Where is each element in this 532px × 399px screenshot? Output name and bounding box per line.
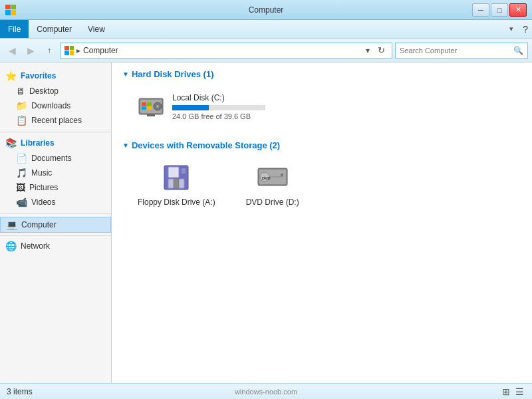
view-menu[interactable]: View — [80, 22, 113, 37]
help-button[interactable]: ? — [519, 24, 532, 35]
svg-rect-5 — [147, 106, 152, 110]
removable-section-header[interactable]: ▼ Devices with Removable Storage (2) — [122, 140, 521, 150]
favorites-label: Favorites — [21, 71, 56, 80]
svg-rect-12 — [168, 167, 179, 178]
hdd-section-arrow: ▼ — [122, 70, 129, 78]
search-input[interactable] — [400, 47, 513, 55]
window-title: Computer — [249, 5, 284, 15]
divider-2 — [0, 213, 111, 214]
content-area: ▼ Hard Disk Drives (1) — [112, 63, 532, 383]
menu-chevron[interactable]: ▾ — [504, 22, 519, 36]
window-controls: ─ □ ✕ — [472, 3, 527, 17]
videos-icon: 📹 — [16, 197, 27, 207]
address-path[interactable]: Computer — [83, 46, 360, 55]
computer-label: Computer — [21, 220, 57, 229]
svg-rect-11 — [174, 179, 179, 188]
address-bar-icon — [65, 46, 74, 55]
search-box: 🔍 — [395, 43, 528, 59]
window-icon — [5, 5, 16, 15]
recent-icon: 📋 — [16, 115, 27, 126]
sidebar-item-documents[interactable]: 📄 Documents — [0, 151, 111, 166]
floppy-name: Floppy Disk Drive (A:) — [138, 198, 215, 207]
favorites-icon: ⭐ — [5, 70, 17, 81]
up-button[interactable]: ↑ — [41, 43, 57, 58]
refresh-button[interactable]: ↻ — [375, 45, 388, 55]
sidebar-item-pictures[interactable]: 🖼 Pictures — [0, 180, 111, 195]
sidebar-item-desktop[interactable]: 🖥 Desktop — [0, 84, 111, 98]
title-bar: Computer ─ □ ✕ — [0, 0, 532, 20]
forward-button[interactable]: ▶ — [23, 43, 39, 58]
file-menu[interactable]: File — [0, 20, 29, 38]
drive-bar-container — [172, 105, 265, 110]
removable-section-title: Devices with Removable Storage (2) — [132, 140, 280, 150]
address-dropdown-arrow[interactable]: ▾ — [363, 46, 372, 55]
favorites-header[interactable]: ⭐ Favorites — [0, 68, 111, 84]
sidebar-item-recent[interactable]: 📋 Recent places — [0, 113, 111, 128]
details-view-button[interactable]: ☰ — [514, 386, 525, 397]
dvd-name: DVD Drive (D:) — [246, 198, 299, 207]
local-disk-item[interactable]: Local Disk (C:) 24.0 GB free of 39.6 GB — [129, 86, 271, 127]
address-separator: ▸ — [76, 46, 80, 55]
desktop-label: Desktop — [29, 86, 59, 96]
back-button[interactable]: ◀ — [4, 43, 20, 58]
pictures-label: Pictures — [29, 183, 58, 192]
maximize-button[interactable]: □ — [491, 3, 508, 17]
libraries-header[interactable]: 📚 Libraries — [0, 135, 111, 151]
sidebar-item-network[interactable]: 🌐 Network — [0, 239, 111, 253]
watermark: windows-noob.com — [235, 388, 297, 396]
local-disk-space: 24.0 GB free of 39.6 GB — [172, 112, 265, 120]
svg-rect-2 — [142, 102, 146, 106]
music-icon: 🎵 — [16, 168, 27, 178]
sidebar-item-computer[interactable]: 💻 Computer — [0, 217, 111, 233]
item-count: 3 items — [7, 387, 33, 396]
floppy-icon — [160, 163, 192, 195]
svg-rect-13 — [182, 168, 186, 174]
dvd-icon: DVD — [257, 163, 289, 195]
toolbar: ◀ ▶ ↑ ▸ Computer ▾ ↻ 🔍 — [0, 39, 532, 63]
favorites-section: ⭐ Favorites 🖥 Desktop 📁 Downloads 📋 Rece… — [0, 68, 111, 128]
svg-rect-19 — [281, 174, 283, 176]
view-controls: ⊞ ☰ — [501, 386, 525, 397]
floppy-item[interactable]: Floppy Disk Drive (A:) — [129, 157, 224, 213]
local-disk-name: Local Disk (C:) — [172, 93, 265, 102]
title-bar-left — [5, 5, 16, 15]
sidebar-item-music[interactable]: 🎵 Music — [0, 166, 111, 180]
hard-disk-section-header[interactable]: ▼ Hard Disk Drives (1) — [122, 69, 521, 79]
drive-bar — [172, 105, 209, 110]
svg-rect-8 — [147, 114, 155, 116]
sidebar-item-videos[interactable]: 📹 Videos — [0, 195, 111, 209]
status-bar: 3 items windows-noob.com ⊞ ☰ — [0, 383, 532, 399]
divider-3 — [0, 235, 111, 236]
pictures-icon: 🖼 — [16, 182, 25, 193]
svg-rect-3 — [147, 102, 152, 106]
recent-label: Recent places — [31, 116, 82, 125]
large-icon-view-button[interactable]: ⊞ — [501, 386, 511, 397]
local-disk-icon — [135, 90, 167, 122]
sidebar: ⭐ Favorites 🖥 Desktop 📁 Downloads 📋 Rece… — [0, 63, 112, 383]
svg-point-7 — [156, 105, 159, 108]
network-icon: 🌐 — [5, 241, 17, 251]
address-bar: ▸ Computer ▾ ↻ — [60, 43, 392, 59]
music-label: Music — [31, 168, 52, 178]
minimize-button[interactable]: ─ — [472, 3, 489, 17]
dvd-item[interactable]: DVD DVD Drive (D:) — [237, 157, 308, 213]
libraries-label: Libraries — [21, 138, 55, 148]
divider-1 — [0, 132, 111, 132]
documents-icon: 📄 — [16, 153, 27, 164]
documents-label: Documents — [31, 154, 72, 163]
hard-disk-grid: Local Disk (C:) 24.0 GB free of 39.6 GB — [129, 86, 521, 127]
sidebar-item-downloads[interactable]: 📁 Downloads — [0, 98, 111, 113]
close-button[interactable]: ✕ — [509, 3, 527, 17]
svg-rect-4 — [142, 106, 146, 110]
libraries-icon: 📚 — [5, 138, 17, 148]
computer-menu[interactable]: Computer — [29, 22, 80, 37]
downloads-label: Downloads — [31, 101, 70, 110]
menu-bar: File Computer View ▾ ? — [0, 20, 532, 39]
removable-grid: Floppy Disk Drive (A:) DVD — [129, 157, 521, 213]
videos-label: Videos — [31, 198, 55, 207]
local-disk-info: Local Disk (C:) 24.0 GB free of 39.6 GB — [172, 93, 265, 120]
hard-disk-section-title: Hard Disk Drives (1) — [132, 69, 214, 79]
libraries-section: 📚 Libraries 📄 Documents 🎵 Music 🖼 Pictur… — [0, 135, 111, 209]
svg-rect-18 — [270, 176, 283, 178]
downloads-icon: 📁 — [16, 100, 27, 111]
